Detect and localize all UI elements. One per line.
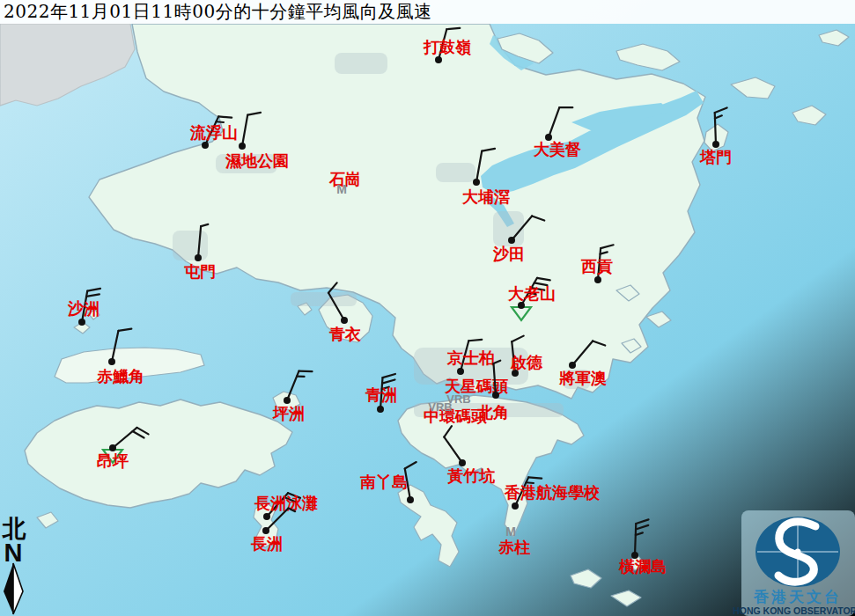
station-dot — [108, 358, 115, 365]
station-label: 京士柏 — [446, 348, 495, 367]
station-label: 坪洲 — [272, 404, 305, 422]
station-label: 將軍澳 — [558, 369, 607, 387]
wind-barb-feather — [299, 371, 312, 372]
station-label: 青衣 — [328, 325, 361, 343]
logo-name-zh: 香港天文台 — [753, 588, 842, 605]
wind-map-page: 打鼓嶺流浮山濕地公園石崗M大美督大埔滘塔門沙田西貢大老山屯門沙洲赤鱲角青衣坪洲青… — [0, 0, 855, 616]
station-dot — [473, 179, 480, 186]
station-dot — [407, 496, 414, 503]
station-dot — [512, 502, 519, 510]
wind-barb-feather — [528, 477, 542, 478]
station-label: 沙田 — [492, 245, 525, 263]
logo-name-en: HONG KONG OBSERVATORY — [733, 605, 855, 616]
map-title: 2022年11月01日11時00分的十分鐘平均風向及風速 — [0, 0, 855, 24]
station-dot — [518, 302, 525, 309]
station-dot — [459, 459, 466, 466]
station-dot — [284, 397, 291, 404]
station-label: 赤柱 — [498, 538, 531, 556]
station-dot — [239, 143, 246, 150]
station-dot — [435, 56, 442, 63]
station-dot — [492, 392, 499, 399]
vrb-indicator: VRB — [428, 400, 452, 414]
station-dot — [508, 237, 515, 244]
map-canvas: 打鼓嶺流浮山濕地公園石崗M大美督大埔滘塔門沙田西貢大老山屯門沙洲赤鱲角青衣坪洲青… — [0, 0, 855, 616]
wind-barb-feather — [216, 121, 223, 122]
station-dot — [712, 141, 719, 148]
station-label: 打鼓嶺 — [423, 38, 471, 56]
station-label: 長洲 — [250, 534, 283, 553]
station-label: 大老山 — [507, 284, 556, 303]
logo-center-dot — [795, 549, 801, 555]
station-dot — [109, 444, 116, 451]
wind-barb-feather — [218, 116, 232, 117]
missing-data-indicator: M — [336, 182, 347, 196]
station-label: 大埔滘 — [461, 187, 510, 206]
station-label: 濕地公園 — [225, 151, 289, 170]
station-label: 啟德 — [510, 353, 543, 371]
station-label: 塔門 — [699, 148, 732, 166]
station-dot — [78, 319, 85, 326]
station-label: 長洲泳灘 — [254, 494, 318, 512]
station-label: 屯門 — [184, 262, 216, 281]
station-label: 香港航海學校 — [504, 483, 601, 502]
station-dot — [263, 513, 270, 520]
station-label: 青洲 — [365, 385, 397, 404]
station-label: 黃竹坑 — [447, 466, 496, 485]
wind-barb-feather — [446, 28, 460, 29]
station-dot — [341, 317, 348, 324]
station-label: 橫瀾島 — [618, 557, 667, 576]
station-label: 昂坪 — [97, 451, 129, 470]
station-label: 沙洲 — [67, 299, 100, 318]
station-dot — [202, 142, 209, 149]
station-label: 赤鱲角 — [96, 367, 144, 385]
station-dot — [195, 254, 202, 261]
station-label: 流浮山 — [189, 123, 238, 142]
station-dot — [377, 406, 384, 413]
station-dot — [262, 527, 269, 534]
station-label: 西貢 — [580, 257, 613, 275]
wind-barb-feather — [468, 340, 482, 341]
station-label: 大美督 — [533, 140, 582, 158]
station-dot — [594, 276, 601, 283]
missing-data-indicator: M — [505, 524, 516, 539]
compass-label-en: N — [4, 539, 23, 567]
station-label: 南丫島 — [359, 473, 408, 491]
station-dot — [569, 362, 576, 369]
hko-logo: 香港天文台 HONG KONG OBSERVATORY — [733, 510, 855, 616]
station-dot — [457, 368, 464, 375]
